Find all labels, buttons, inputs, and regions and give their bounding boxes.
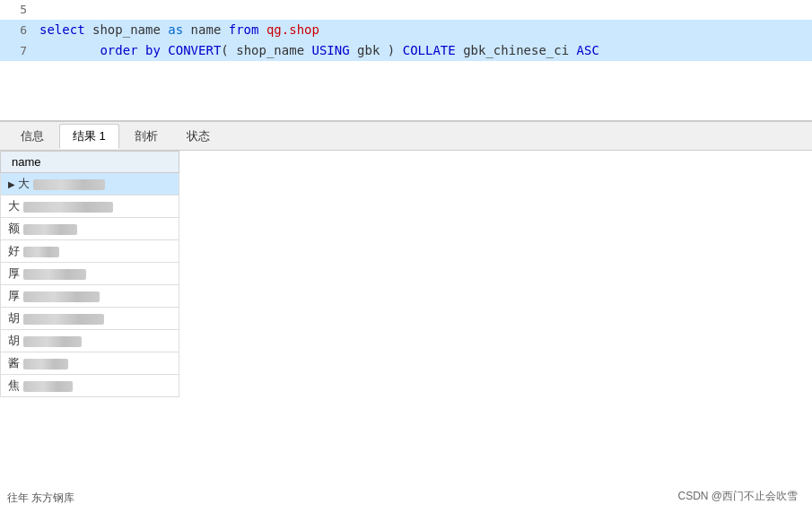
line-number-5: 5 <box>0 0 36 20</box>
line-number-6: 6 <box>0 21 36 40</box>
cell-char: 大 <box>18 177 30 190</box>
cell-char: 好 <box>8 244 20 257</box>
table-row[interactable]: 大 <box>1 196 179 218</box>
code-lines: 5 6 select shop_name as name from qg.sho… <box>0 0 812 120</box>
blurred-text <box>23 269 86 280</box>
blurred-text <box>23 202 113 213</box>
tab-bar: 信息 结果 1 剖析 状态 <box>0 122 812 151</box>
cell-char: 焦 <box>8 378 20 392</box>
table-cell-name: 额 <box>1 218 179 240</box>
column-header-name: name <box>1 152 179 173</box>
table-cell-name: 酱 <box>1 352 179 375</box>
table-row[interactable]: 额 <box>1 218 179 240</box>
results-area[interactable]: name ▶ 大大额好厚厚胡胡酱焦 <box>0 151 812 513</box>
code-line-6: 6 select shop_name as name from qg.shop <box>0 20 812 40</box>
blurred-text <box>23 359 68 370</box>
cell-char: 厚 <box>8 289 20 302</box>
table-cell-name: 厚 <box>1 263 179 285</box>
code-line-empty-2 <box>0 81 812 100</box>
blurred-text <box>23 314 104 325</box>
table-row[interactable]: 胡 <box>1 330 179 352</box>
cell-char: 酱 <box>8 356 20 370</box>
table-header-row: name <box>1 152 179 173</box>
line-number-7: 7 <box>0 41 36 61</box>
table-row[interactable]: 胡 <box>1 308 179 330</box>
cell-char: 胡 <box>8 311 20 325</box>
table-row[interactable]: 焦 <box>1 375 179 397</box>
table-cell-name: 焦 <box>1 375 179 397</box>
blurred-text <box>23 224 77 235</box>
table-cell-name: 好 <box>1 240 179 263</box>
code-line-7: 7 order by CONVERT( shop_name USING gbk … <box>0 40 812 61</box>
tab-results[interactable]: 结果 1 <box>59 124 119 149</box>
table-row[interactable]: 厚 <box>1 263 179 285</box>
table-body: ▶ 大大额好厚厚胡胡酱焦 <box>1 173 179 397</box>
code-line-5: 5 <box>0 0 812 20</box>
bottom-status-text: 往年 东方钢库 <box>7 491 74 506</box>
code-editor: 5 6 select shop_name as name from qg.sho… <box>0 0 812 121</box>
bottom-panel: 信息 结果 1 剖析 状态 name ▶ 大大额好厚厚胡胡酱焦 <box>0 121 812 513</box>
table-row[interactable]: 厚 <box>1 285 179 308</box>
tab-status[interactable]: 状态 <box>173 124 223 149</box>
blurred-text <box>23 247 59 257</box>
blurred-text <box>33 179 105 190</box>
cell-char: 额 <box>8 222 20 235</box>
tab-info[interactable]: 信息 <box>7 124 57 149</box>
cell-char: 厚 <box>8 266 20 280</box>
line-content-6: select shop_name as name from qg.shop <box>36 20 812 39</box>
results-table: name ▶ 大大额好厚厚胡胡酱焦 <box>0 151 179 397</box>
table-row[interactable]: 好 <box>1 240 179 263</box>
table-cell-name: 厚 <box>1 285 179 308</box>
tab-analyze[interactable]: 剖析 <box>121 124 171 149</box>
table-cell-name: ▶ 大 <box>1 173 179 196</box>
blurred-text <box>23 381 73 392</box>
watermark: CSDN @西门不止会吹雪 <box>677 489 798 504</box>
code-line-empty-3 <box>0 100 812 120</box>
table-cell-name: 胡 <box>1 308 179 330</box>
table-row[interactable]: 酱 <box>1 352 179 375</box>
cell-char: 胡 <box>8 334 20 347</box>
blurred-text <box>23 336 82 347</box>
blurred-text <box>23 291 100 302</box>
line-content-7: order by CONVERT( shop_name USING gbk ) … <box>36 40 812 60</box>
cell-char: 大 <box>8 199 20 213</box>
row-indicator: ▶ <box>8 179 18 189</box>
code-line-empty-1 <box>0 61 812 81</box>
table-cell-name: 大 <box>1 196 179 218</box>
table-cell-name: 胡 <box>1 330 179 352</box>
table-row[interactable]: ▶ 大 <box>1 173 179 196</box>
